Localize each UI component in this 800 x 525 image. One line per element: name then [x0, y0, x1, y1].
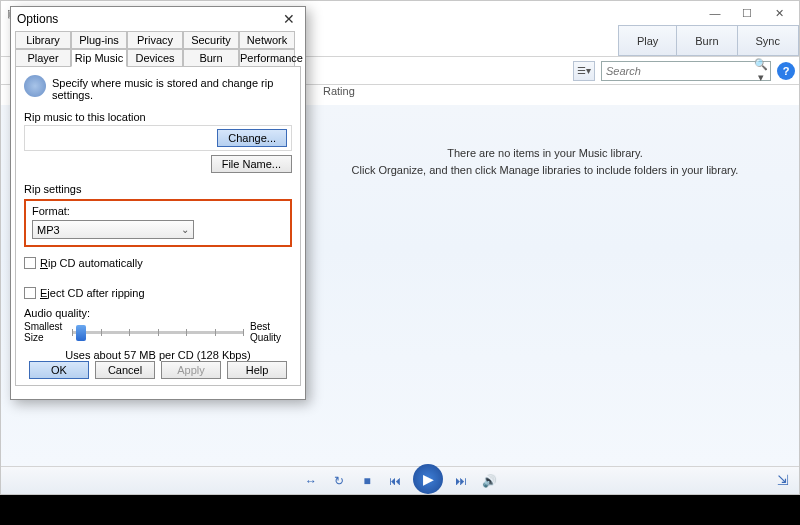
tab-plugins[interactable]: Plug-ins: [71, 31, 127, 49]
dialog-titlebar: Options ✕: [11, 7, 305, 31]
tab-rip-music[interactable]: Rip Music: [71, 49, 127, 67]
cancel-button[interactable]: Cancel: [95, 361, 155, 379]
tab-burn[interactable]: Burn: [676, 25, 737, 56]
prev-button[interactable]: ⏮: [385, 472, 405, 490]
player-controls: ↔ ↻ ■ ⏮ ▶ ⏭ 🔊 ⇲: [1, 466, 799, 494]
tab-devices[interactable]: Devices: [127, 49, 183, 67]
format-highlight: Format: MP3 ⌄: [24, 199, 292, 247]
search-box[interactable]: 🔍▾: [601, 61, 771, 81]
quality-max-label: BestQuality: [250, 321, 292, 343]
help-button[interactable]: ?: [777, 62, 795, 80]
dialog-tabs: Library Plug-ins Privacy Security Networ…: [11, 31, 305, 67]
minimize-button[interactable]: —: [699, 2, 731, 24]
tab-player[interactable]: Player: [15, 49, 71, 67]
tab-play[interactable]: Play: [618, 25, 677, 56]
search-icon[interactable]: 🔍▾: [752, 58, 770, 84]
format-value: MP3: [37, 224, 60, 236]
help-button-dialog[interactable]: Help: [227, 361, 287, 379]
dialog-title: Options: [17, 12, 58, 26]
tab-library[interactable]: Library: [15, 31, 71, 49]
rip-settings-label: Rip settings: [24, 183, 292, 195]
eject-label: Eject CD after ripping: [40, 287, 145, 299]
dialog-close-button[interactable]: ✕: [279, 9, 299, 29]
options-dialog: Options ✕ Library Plug-ins Privacy Secur…: [10, 6, 306, 400]
eject-checkbox-row[interactable]: Eject CD after ripping: [24, 287, 292, 299]
shuffle-button[interactable]: ↔: [301, 472, 321, 490]
mute-button[interactable]: 🔊: [479, 472, 499, 490]
view-options-button[interactable]: ☰▾: [573, 61, 595, 81]
maximize-button[interactable]: ☐: [731, 2, 763, 24]
audio-quality-label: Audio quality:: [24, 307, 292, 319]
close-window-button[interactable]: ✕: [763, 2, 795, 24]
change-button[interactable]: Change...: [217, 129, 287, 147]
spec-text: Specify where music is stored and change…: [52, 75, 292, 101]
rip-location-group: Change...: [24, 125, 292, 151]
empty-line1: There are no items in your Music library…: [311, 145, 779, 162]
tab-network[interactable]: Network: [239, 31, 295, 49]
stop-button[interactable]: ■: [357, 472, 377, 490]
eject-checkbox[interactable]: [24, 287, 36, 299]
quality-slider-row: SmallestSize BestQuality: [24, 321, 292, 343]
search-input[interactable]: [602, 65, 752, 77]
tab-performance[interactable]: Performance: [239, 49, 295, 67]
rip-auto-label: Rip CD automatically: [40, 257, 143, 269]
empty-library-message: There are no items in your Music library…: [311, 145, 779, 178]
ok-button[interactable]: OK: [29, 361, 89, 379]
format-combo[interactable]: MP3 ⌄: [32, 220, 194, 239]
play-button[interactable]: ▶: [413, 464, 443, 494]
tab-burn-settings[interactable]: Burn: [183, 49, 239, 67]
quality-slider[interactable]: [72, 331, 244, 334]
rip-music-icon: [24, 75, 46, 97]
rip-auto-checkbox-row[interactable]: Rip CD automatically: [24, 257, 292, 269]
quality-min-label: SmallestSize: [24, 321, 66, 343]
size-info: Uses about 57 MB per CD (128 Kbps): [24, 349, 292, 361]
tab-sync[interactable]: Sync: [737, 25, 799, 56]
file-name-button[interactable]: File Name...: [211, 155, 292, 173]
tab-privacy[interactable]: Privacy: [127, 31, 183, 49]
format-label: Format:: [32, 205, 284, 217]
tab-security[interactable]: Security: [183, 31, 239, 49]
next-button[interactable]: ⏭: [451, 472, 471, 490]
column-rating[interactable]: Rating: [323, 85, 355, 97]
empty-line2: Click Organize, and then click Manage li…: [311, 162, 779, 179]
switch-view-button[interactable]: ⇲: [777, 472, 789, 488]
tab-body: Specify where music is stored and change…: [15, 66, 301, 386]
dialog-footer: OK Cancel Apply Help: [16, 361, 300, 379]
rip-auto-checkbox[interactable]: [24, 257, 36, 269]
repeat-button[interactable]: ↻: [329, 472, 349, 490]
apply-button[interactable]: Apply: [161, 361, 221, 379]
slider-thumb[interactable]: [76, 325, 86, 341]
chevron-down-icon: ⌄: [181, 224, 189, 235]
rip-location-label: Rip music to this location: [24, 111, 292, 123]
